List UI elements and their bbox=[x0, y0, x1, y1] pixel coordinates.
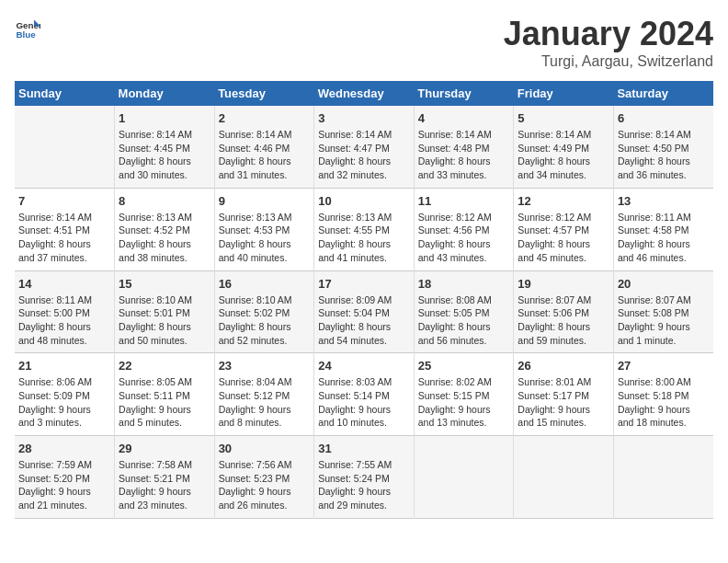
calendar-week-row: 21Sunrise: 8:06 AMSunset: 5:09 PMDayligh… bbox=[15, 353, 713, 436]
day-number: 14 bbox=[18, 277, 110, 291]
day-info: Sunrise: 8:12 AMSunset: 4:57 PMDaylight:… bbox=[518, 211, 609, 265]
day-number: 26 bbox=[518, 359, 609, 373]
calendar-week-row: 28Sunrise: 7:59 AMSunset: 5:20 PMDayligh… bbox=[15, 436, 713, 519]
calendar-cell: 13Sunrise: 8:11 AMSunset: 4:58 PMDayligh… bbox=[613, 188, 713, 270]
day-number: 13 bbox=[618, 194, 710, 208]
day-number: 16 bbox=[219, 277, 311, 291]
weekday-header: Friday bbox=[514, 81, 614, 106]
day-info: Sunrise: 8:14 AMSunset: 4:48 PMDaylight:… bbox=[418, 128, 510, 182]
day-info: Sunrise: 7:55 AMSunset: 5:24 PMDaylight:… bbox=[318, 458, 410, 512]
day-number: 1 bbox=[119, 111, 210, 125]
day-number: 20 bbox=[618, 277, 710, 291]
day-info: Sunrise: 7:59 AMSunset: 5:20 PMDaylight:… bbox=[18, 458, 110, 512]
day-info: Sunrise: 8:11 AMSunset: 5:00 PMDaylight:… bbox=[18, 293, 110, 348]
calendar-cell: 29Sunrise: 7:58 AMSunset: 5:21 PMDayligh… bbox=[115, 436, 215, 519]
day-info: Sunrise: 8:02 AMSunset: 5:15 PMDaylight:… bbox=[418, 375, 510, 430]
calendar-cell: 14Sunrise: 8:11 AMSunset: 5:00 PMDayligh… bbox=[15, 270, 115, 353]
calendar-cell: 7Sunrise: 8:14 AMSunset: 4:51 PMDaylight… bbox=[15, 188, 115, 270]
calendar-cell: 5Sunrise: 8:14 AMSunset: 4:49 PMDaylight… bbox=[514, 106, 614, 188]
calendar-cell bbox=[514, 436, 614, 519]
calendar-header-row: SundayMondayTuesdayWednesdayThursdayFrid… bbox=[15, 81, 713, 106]
day-info: Sunrise: 8:14 AMSunset: 4:51 PMDaylight:… bbox=[18, 211, 110, 265]
weekday-header: Sunday bbox=[15, 81, 115, 106]
day-info: Sunrise: 8:13 AMSunset: 4:52 PMDaylight:… bbox=[119, 211, 210, 265]
calendar-cell bbox=[613, 436, 713, 519]
calendar-cell: 9Sunrise: 8:13 AMSunset: 4:53 PMDaylight… bbox=[214, 188, 314, 270]
calendar-cell bbox=[414, 436, 514, 519]
day-number: 30 bbox=[219, 442, 311, 455]
day-number: 4 bbox=[418, 111, 510, 125]
day-number: 17 bbox=[318, 277, 410, 291]
calendar-cell: 10Sunrise: 8:13 AMSunset: 4:55 PMDayligh… bbox=[314, 188, 415, 270]
day-number: 31 bbox=[318, 442, 410, 455]
day-info: Sunrise: 8:07 AMSunset: 5:06 PMDaylight:… bbox=[518, 293, 609, 348]
day-info: Sunrise: 8:10 AMSunset: 5:02 PMDaylight:… bbox=[219, 293, 311, 348]
day-number: 7 bbox=[18, 194, 110, 208]
calendar-title: January 2024 bbox=[504, 15, 713, 53]
calendar-cell: 26Sunrise: 8:01 AMSunset: 5:17 PMDayligh… bbox=[514, 353, 614, 436]
day-number: 23 bbox=[219, 359, 311, 373]
day-info: Sunrise: 8:14 AMSunset: 4:50 PMDaylight:… bbox=[618, 128, 710, 182]
day-info: Sunrise: 8:14 AMSunset: 4:49 PMDaylight:… bbox=[518, 128, 609, 182]
day-info: Sunrise: 7:56 AMSunset: 5:23 PMDaylight:… bbox=[219, 458, 311, 512]
day-number: 8 bbox=[119, 194, 210, 208]
day-info: Sunrise: 8:06 AMSunset: 5:09 PMDaylight:… bbox=[18, 375, 110, 430]
day-info: Sunrise: 8:08 AMSunset: 5:05 PMDaylight:… bbox=[418, 293, 510, 348]
calendar-cell: 12Sunrise: 8:12 AMSunset: 4:57 PMDayligh… bbox=[514, 188, 614, 270]
day-info: Sunrise: 8:10 AMSunset: 5:01 PMDaylight:… bbox=[119, 293, 210, 348]
day-info: Sunrise: 8:04 AMSunset: 5:12 PMDaylight:… bbox=[219, 375, 311, 430]
day-number: 9 bbox=[219, 194, 311, 208]
day-number: 3 bbox=[318, 111, 410, 125]
calendar-week-row: 7Sunrise: 8:14 AMSunset: 4:51 PMDaylight… bbox=[15, 188, 713, 270]
calendar-cell: 18Sunrise: 8:08 AMSunset: 5:05 PMDayligh… bbox=[414, 270, 514, 353]
day-number: 25 bbox=[418, 359, 510, 373]
day-info: Sunrise: 8:14 AMSunset: 4:46 PMDaylight:… bbox=[219, 128, 311, 182]
svg-text:Blue: Blue bbox=[16, 29, 36, 40]
calendar-cell: 15Sunrise: 8:10 AMSunset: 5:01 PMDayligh… bbox=[115, 270, 215, 353]
day-number: 12 bbox=[518, 194, 609, 208]
calendar-cell: 2Sunrise: 8:14 AMSunset: 4:46 PMDaylight… bbox=[214, 106, 314, 188]
day-info: Sunrise: 8:00 AMSunset: 5:18 PMDaylight:… bbox=[618, 375, 710, 430]
day-number: 2 bbox=[219, 111, 311, 125]
day-info: Sunrise: 8:03 AMSunset: 5:14 PMDaylight:… bbox=[318, 375, 410, 430]
day-info: Sunrise: 8:13 AMSunset: 4:55 PMDaylight:… bbox=[318, 211, 410, 265]
header: General Blue January 2024 Turgi, Aargau,… bbox=[15, 15, 713, 70]
calendar-cell: 24Sunrise: 8:03 AMSunset: 5:14 PMDayligh… bbox=[314, 353, 415, 436]
day-info: Sunrise: 7:58 AMSunset: 5:21 PMDaylight:… bbox=[119, 458, 210, 512]
day-number: 21 bbox=[18, 359, 110, 373]
calendar-cell: 16Sunrise: 8:10 AMSunset: 5:02 PMDayligh… bbox=[214, 270, 314, 353]
calendar-cell: 21Sunrise: 8:06 AMSunset: 5:09 PMDayligh… bbox=[15, 353, 115, 436]
weekday-header: Wednesday bbox=[314, 81, 415, 106]
day-info: Sunrise: 8:11 AMSunset: 4:58 PMDaylight:… bbox=[618, 211, 710, 265]
day-info: Sunrise: 8:13 AMSunset: 4:53 PMDaylight:… bbox=[219, 211, 311, 265]
calendar-body: 1Sunrise: 8:14 AMSunset: 4:45 PMDaylight… bbox=[15, 106, 713, 518]
calendar-cell: 6Sunrise: 8:14 AMSunset: 4:50 PMDaylight… bbox=[613, 106, 713, 188]
day-number: 19 bbox=[518, 277, 609, 291]
calendar-cell: 27Sunrise: 8:00 AMSunset: 5:18 PMDayligh… bbox=[613, 353, 713, 436]
day-info: Sunrise: 8:12 AMSunset: 4:56 PMDaylight:… bbox=[418, 211, 510, 265]
calendar-cell: 23Sunrise: 8:04 AMSunset: 5:12 PMDayligh… bbox=[214, 353, 314, 436]
title-area: January 2024 Turgi, Aargau, Switzerland bbox=[504, 15, 713, 70]
calendar-subtitle: Turgi, Aargau, Switzerland bbox=[504, 53, 713, 70]
weekday-header: Saturday bbox=[613, 81, 713, 106]
calendar-cell bbox=[15, 106, 115, 188]
day-number: 5 bbox=[518, 111, 609, 125]
day-info: Sunrise: 8:05 AMSunset: 5:11 PMDaylight:… bbox=[119, 375, 210, 430]
day-number: 27 bbox=[618, 359, 710, 373]
day-info: Sunrise: 8:14 AMSunset: 4:45 PMDaylight:… bbox=[119, 128, 210, 182]
day-info: Sunrise: 8:07 AMSunset: 5:08 PMDaylight:… bbox=[618, 293, 710, 348]
calendar-cell: 20Sunrise: 8:07 AMSunset: 5:08 PMDayligh… bbox=[613, 270, 713, 353]
day-number: 29 bbox=[119, 442, 210, 455]
calendar-week-row: 14Sunrise: 8:11 AMSunset: 5:00 PMDayligh… bbox=[15, 270, 713, 353]
day-number: 11 bbox=[418, 194, 510, 208]
day-info: Sunrise: 8:09 AMSunset: 5:04 PMDaylight:… bbox=[318, 293, 410, 348]
calendar-cell: 30Sunrise: 7:56 AMSunset: 5:23 PMDayligh… bbox=[214, 436, 314, 519]
day-number: 18 bbox=[418, 277, 510, 291]
calendar-cell: 8Sunrise: 8:13 AMSunset: 4:52 PMDaylight… bbox=[115, 188, 215, 270]
logo: General Blue bbox=[15, 15, 40, 40]
day-number: 15 bbox=[119, 277, 210, 291]
calendar-cell: 4Sunrise: 8:14 AMSunset: 4:48 PMDaylight… bbox=[414, 106, 514, 188]
day-number: 24 bbox=[318, 359, 410, 373]
calendar-cell: 1Sunrise: 8:14 AMSunset: 4:45 PMDaylight… bbox=[115, 106, 215, 188]
weekday-header: Monday bbox=[115, 81, 215, 106]
